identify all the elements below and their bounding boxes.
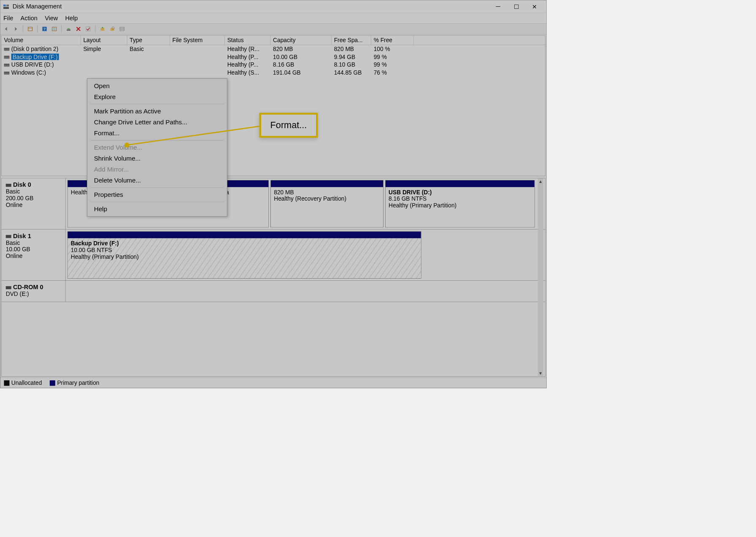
- forward-button[interactable]: [12, 25, 20, 33]
- callout-label: Format...: [270, 120, 307, 130]
- disk-row: CD-ROM 0DVD (E:): [2, 281, 545, 302]
- menu-action[interactable]: Action: [21, 15, 38, 22]
- scroll-down-icon[interactable]: ▼: [538, 370, 543, 376]
- window-title: Disk Management: [13, 3, 489, 10]
- table-row[interactable]: Backup Drive (F:)Healthy (P...10.00 GB9.…: [2, 53, 545, 61]
- disk-info: CD-ROM 0DVD (E:): [2, 281, 66, 302]
- table-row[interactable]: (Disk 0 partition 2)SimpleBasicHealthy (…: [2, 45, 545, 53]
- disk-graphical-view[interactable]: Disk 0Basic200.00 GBOnlineHealthy (Syste…: [1, 178, 545, 376]
- cm-help[interactable]: Help: [87, 204, 227, 215]
- toolbar: ?: [0, 24, 546, 35]
- titlebar: Disk Management ─ ☐ ✕: [0, 0, 546, 13]
- table-row[interactable]: Windows (C:)Healthy (S...191.04 GB144.85…: [2, 69, 545, 77]
- cm-change-letter[interactable]: Change Drive Letter and Paths...: [87, 117, 227, 128]
- scroll-up-icon[interactable]: ▲: [538, 178, 543, 184]
- check-icon[interactable]: [84, 25, 92, 33]
- list-icon[interactable]: [118, 25, 126, 33]
- col-layout[interactable]: Layout: [81, 36, 127, 45]
- volume-icon: [4, 48, 9, 51]
- cdrom-icon: [6, 286, 11, 289]
- svg-text:?: ?: [43, 27, 46, 31]
- col-free[interactable]: Free Spa...: [332, 36, 371, 45]
- cm-add-mirror: Add Mirror...: [87, 164, 227, 175]
- vertical-scrollbar[interactable]: ▲ ▼: [538, 178, 543, 376]
- partition[interactable]: Backup Drive (F:)10.00 GB NTFSHealthy (P…: [68, 231, 421, 279]
- svg-rect-13: [120, 27, 124, 31]
- disk-icon: [6, 184, 11, 187]
- svg-rect-1: [6, 4, 9, 6]
- legend-primary-swatch: [50, 381, 55, 386]
- disk-icon: [6, 235, 11, 238]
- legend-unallocated-swatch: [4, 381, 9, 386]
- legend-unallocated-label: Unallocated: [11, 379, 42, 386]
- minimize-button[interactable]: ─: [489, 0, 507, 13]
- disk-row: Disk 0Basic200.00 GBOnlineHealthy (Syste…: [2, 178, 545, 229]
- properties-icon[interactable]: [26, 25, 34, 33]
- cm-properties[interactable]: Properties: [87, 189, 227, 200]
- partition[interactable]: 820 MBHealthy (Recovery Partition): [270, 180, 383, 227]
- maximize-button[interactable]: ☐: [507, 0, 525, 13]
- menu-file[interactable]: File: [3, 15, 13, 22]
- back-button[interactable]: [2, 25, 10, 33]
- action2-icon[interactable]: [108, 25, 116, 33]
- svg-rect-10: [101, 28, 105, 31]
- cm-mark-active[interactable]: Mark Partition as Active: [87, 106, 227, 117]
- svg-rect-8: [67, 29, 70, 31]
- svg-rect-7: [52, 27, 57, 31]
- legend-primary-label: Primary partition: [57, 379, 99, 386]
- svg-rect-11: [111, 28, 114, 31]
- cm-extend: Extend Volume...: [87, 142, 227, 153]
- svg-rect-0: [3, 4, 6, 6]
- disk-info: Disk 0Basic200.00 GBOnline: [2, 178, 66, 229]
- delete-icon[interactable]: [74, 25, 82, 33]
- callout-anchor-dot: [124, 142, 130, 148]
- svg-rect-2: [3, 7, 9, 8]
- help-icon[interactable]: ?: [40, 25, 49, 33]
- cm-shrink[interactable]: Shrink Volume...: [87, 153, 227, 164]
- col-pct[interactable]: % Free: [371, 36, 414, 45]
- callout-format: Format...: [259, 113, 318, 138]
- refresh-icon[interactable]: [50, 25, 58, 33]
- menubar: File Action View Help: [0, 13, 546, 24]
- table-header: Volume Layout Type File System Status Ca…: [2, 36, 545, 45]
- volumes-table[interactable]: Volume Layout Type File System Status Ca…: [1, 35, 545, 176]
- action1-icon[interactable]: [99, 25, 107, 33]
- col-status[interactable]: Status: [225, 36, 270, 45]
- close-button[interactable]: ✕: [526, 0, 544, 13]
- cm-open[interactable]: Open: [87, 81, 227, 91]
- context-menu: Open Explore Mark Partition as Active Ch…: [87, 78, 227, 217]
- wizard-icon[interactable]: [65, 25, 73, 33]
- menu-help[interactable]: Help: [65, 15, 78, 22]
- volume-icon: [4, 56, 9, 59]
- menu-view[interactable]: View: [45, 15, 58, 22]
- legend: Unallocated Primary partition: [0, 378, 546, 388]
- partition[interactable]: USB DRIVE (D:)8.16 GB NTFSHealthy (Prima…: [385, 180, 535, 227]
- col-type[interactable]: Type: [127, 36, 170, 45]
- volume-icon: [4, 64, 9, 67]
- disk-row: Disk 1Basic10.00 GBOnlineBackup Drive (F…: [2, 229, 545, 280]
- col-capacity[interactable]: Capacity: [270, 36, 332, 45]
- disk-info: Disk 1Basic10.00 GBOnline: [2, 229, 66, 280]
- svg-rect-3: [28, 27, 32, 31]
- cm-delete[interactable]: Delete Volume...: [87, 175, 227, 186]
- volume-icon: [4, 72, 9, 75]
- app-icon: [3, 3, 10, 10]
- col-volume[interactable]: Volume: [2, 36, 81, 45]
- cm-format[interactable]: Format...: [87, 128, 227, 139]
- col-fs[interactable]: File System: [170, 36, 225, 45]
- cm-explore[interactable]: Explore: [87, 91, 227, 102]
- table-row[interactable]: USB DRIVE (D:)Healthy (P...8.16 GB8.10 G…: [2, 61, 545, 69]
